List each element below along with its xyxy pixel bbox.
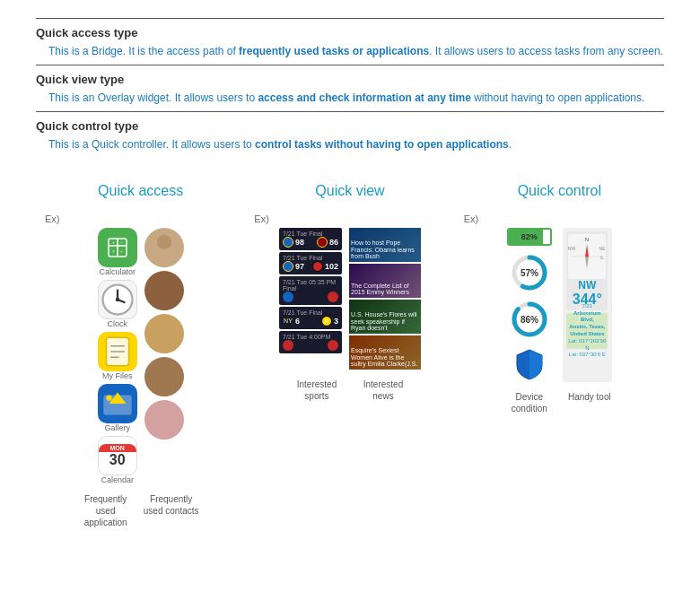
quick-control-type-section: Quick control type This is a Quick contr… <box>36 111 664 158</box>
quick-control-bottom-labels: Device condition Handy tool <box>504 391 614 414</box>
clock-label: Clock <box>107 319 127 328</box>
calculator-icon-wrap: + − × ÷ Calculator <box>98 228 137 276</box>
contact-5-avatar[interactable] <box>144 400 184 440</box>
battery-wrap: 82% <box>507 228 552 246</box>
contacts-column <box>144 228 184 484</box>
contact-4-avatar[interactable] <box>144 357 184 396</box>
frequently-used-app-label: Frequently used application <box>79 493 133 528</box>
svg-point-24 <box>152 339 177 353</box>
calendar-icon-wrap: MON 30 Calendar <box>98 436 137 484</box>
svg-point-23 <box>156 320 172 336</box>
svg-point-10 <box>115 298 119 302</box>
svg-point-21 <box>156 277 172 293</box>
quick-access-ex-label: Ex) <box>45 213 60 224</box>
compass-dir: NW <box>578 279 596 292</box>
frequently-used-contacts-label: Frequently used contacts <box>140 493 203 528</box>
svg-point-20 <box>157 235 171 249</box>
contact-5-wrap <box>144 400 184 440</box>
quick-view-type-section: Quick view type This is an Overlay widge… <box>36 65 664 111</box>
gallery-icon[interactable] <box>98 384 137 423</box>
quick-view-header: Quick view <box>245 183 454 199</box>
device-condition-col: 82% 57% 86% <box>507 228 552 382</box>
gallery-icon-wrap: Gallery <box>98 384 137 432</box>
shield-wrap <box>513 346 546 382</box>
avatar-svg-5 <box>144 400 184 440</box>
score-card-2[interactable]: 7/21 Tue Final 97 102 <box>279 252 342 274</box>
news-title-3: U.S. House's Flores will seek speakershi… <box>351 311 419 332</box>
clock-icon[interactable] <box>98 280 137 319</box>
handy-tool-label: Handy tool <box>564 391 614 414</box>
quick-access-type-section: Quick access type This is a Bridge. It i… <box>36 18 664 65</box>
svg-text:−: − <box>120 239 123 245</box>
svg-point-22 <box>152 296 177 310</box>
calendar-label: Calendar <box>101 475 134 484</box>
interested-sports-label: Interested sports <box>285 379 348 402</box>
examples-row: Ex) + − × ÷ <box>36 213 664 528</box>
quick-control-header: Quick control <box>455 183 664 199</box>
ring-1-svg: 57% <box>510 253 549 292</box>
contact-2-avatar[interactable] <box>144 271 184 310</box>
ring-2-wrap: 86% <box>510 300 549 339</box>
news-thumb-3[interactable]: U.S. House's Flores will seek speakershi… <box>349 300 421 334</box>
battery-pct-label: 82% <box>521 232 538 241</box>
apps-column: + − × ÷ Calculator <box>98 228 137 484</box>
score-card-3[interactable]: 7/21 Tue 05:35 PM Final <box>279 276 342 305</box>
news-thumb-4[interactable]: Esquire's Sexiest Women Alive is the sul… <box>349 335 421 370</box>
svg-point-25 <box>156 363 172 379</box>
quick-view-ex-label: Ex) <box>254 213 269 224</box>
avatar-svg-2 <box>144 271 184 310</box>
handy-tool-col: N NE E NW NW 344° <box>563 228 612 382</box>
svg-point-26 <box>152 382 177 396</box>
calendar-date: 30 <box>109 452 126 468</box>
type-descriptions-section: Quick access type This is a Bridge. It i… <box>36 18 664 158</box>
contact-4-wrap <box>144 357 184 396</box>
calendar-icon[interactable]: MON 30 <box>98 436 137 475</box>
svg-text:÷: ÷ <box>120 248 123 254</box>
svg-text:×: × <box>112 248 115 254</box>
calculator-label: Calculator <box>99 267 136 276</box>
score-card-5[interactable]: 7/21 Tue 4:00PM <box>279 331 342 353</box>
device-condition-label: Device condition <box>504 391 554 414</box>
contact-2-wrap <box>144 271 184 310</box>
contact-3-wrap <box>144 314 184 353</box>
quick-control-type-title: Quick control type <box>36 119 664 133</box>
score-card-1[interactable]: 7/21 Tue Final 98 86 <box>279 228 342 250</box>
news-thumb-2[interactable]: The Complete List of 2015 Emmy Winners <box>349 264 421 298</box>
myfiles-label: My Files <box>102 371 133 380</box>
map-lat: Lat: 037°163'36 N <box>568 338 606 353</box>
svg-text:57%: 57% <box>521 268 538 278</box>
news-title-1: How to host Pope Francis: Obama learns f… <box>351 239 419 260</box>
clock-icon-wrap: Clock <box>98 280 137 328</box>
svg-text:+: + <box>112 239 115 245</box>
map-thumb[interactable]: 7/21 Arboretum Blvd,Austin, Texas,United… <box>566 313 608 349</box>
quick-control-type-desc: This is a Quick controller. It allows us… <box>36 136 664 152</box>
svg-text:N: N <box>585 237 589 242</box>
news-title-2: The Complete List of 2015 Emmy Winners <box>351 283 419 296</box>
quick-access-type-desc: This is a Bridge. It is the access path … <box>36 43 664 59</box>
myfiles-icon-wrap: My Files <box>98 332 137 380</box>
svg-point-17 <box>106 396 111 401</box>
svg-point-27 <box>156 406 172 422</box>
quick-view-type-desc: This is an Overlay widget. It allows use… <box>36 90 664 106</box>
avatar-svg-1 <box>144 228 184 267</box>
svg-text:86%: 86% <box>521 315 538 325</box>
quick-view-column: Ex) 7/21 Tue Final 98 86 <box>245 213 454 402</box>
calculator-svg: + − × ÷ <box>105 235 130 260</box>
battery-bar[interactable]: 82% <box>507 228 552 246</box>
contact-1-wrap <box>144 228 184 267</box>
myfiles-icon[interactable] <box>98 332 137 371</box>
map-date: 7/21 <box>568 303 606 310</box>
score-card-4[interactable]: 7/21 Tue Final NY 6 P 3 <box>279 307 342 329</box>
gallery-label: Gallery <box>104 423 130 432</box>
ring-2-svg: 86% <box>510 300 549 339</box>
contact-1-avatar[interactable] <box>144 228 184 267</box>
calculator-icon[interactable]: + − × ÷ <box>98 228 137 267</box>
svg-text:NE: NE <box>599 246 606 251</box>
shield-icon <box>515 348 544 380</box>
quick-view-content: 7/21 Tue Final 98 86 7/21 Tue F <box>279 228 421 370</box>
news-thumb-1[interactable]: How to host Pope Francis: Obama learns f… <box>349 228 421 262</box>
sports-column: 7/21 Tue Final 98 86 7/21 Tue F <box>279 228 342 370</box>
contact-3-avatar[interactable] <box>144 314 184 353</box>
news-title-4: Esquire's Sexiest Women Alive is the sul… <box>351 347 419 368</box>
myfiles-svg <box>98 332 137 371</box>
